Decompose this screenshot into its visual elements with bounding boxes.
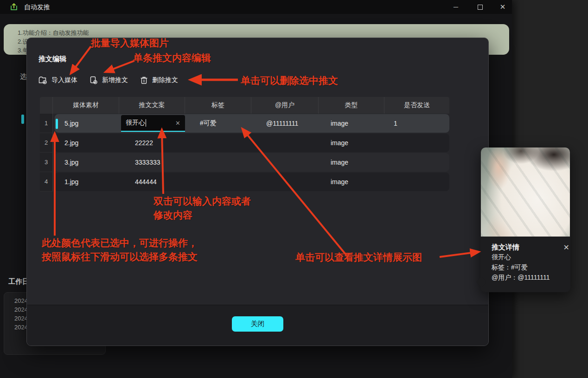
import-media-button[interactable]: 导入媒体 (38, 76, 77, 84)
header-tag: 标签 (185, 97, 251, 114)
cell-type: image (319, 120, 384, 127)
tweet-row-selected[interactable]: 5.jpg 很开心 ✕ #可爱 @11111111 image 1 (55, 114, 449, 133)
selected-indicator-bar (56, 119, 58, 129)
tweet-detail-popup: 推文详情 ✕ 很开心 标签：#可爱 @用户：@11111111 (480, 147, 570, 292)
popup-tag-line: 标签：#可爱 (492, 262, 570, 272)
dialog-footer: 关闭 (27, 305, 488, 346)
row-index: 2 (40, 133, 53, 153)
cell-text: 444444 (119, 178, 185, 186)
popup-close-icon[interactable]: ✕ (563, 243, 569, 252)
window-title: 自动发推 (24, 3, 50, 12)
add-tweet-button[interactable]: 新增推文 (89, 76, 128, 84)
screen: 自动发推 ─ ✕ 1.功能介绍：自动发推功能 2.设置 3.每轮 选 工作日 2… (0, 0, 588, 378)
header-send: 是否发送 (384, 97, 449, 114)
popup-title: 推文详情 (492, 243, 519, 252)
header-media: 媒体素材 (53, 97, 119, 114)
cell-media: 3.jpg (55, 159, 119, 166)
table-row: 2 2.jpg 22222 image (40, 133, 449, 153)
input-value: 很开心 (126, 119, 145, 127)
table-row: 1 5.jpg 很开心 ✕ #可爱 @11111111 image 1 (40, 114, 449, 133)
app-icon (9, 2, 19, 13)
header-type: 类型 (319, 97, 384, 114)
cell-tag: #可爱 (185, 119, 251, 128)
cell-text: 3333333 (119, 159, 185, 166)
row-index: 4 (40, 172, 53, 192)
maximize-icon (478, 5, 483, 10)
cell-media: 1.jpg (55, 178, 119, 186)
delete-tweet-icon (140, 76, 148, 84)
background-label-fragment: 选 (20, 72, 27, 81)
cell-media: 2.jpg (55, 139, 119, 147)
toolbar: 导入媒体 新增推文 (38, 72, 178, 88)
import-media-icon (38, 76, 47, 84)
add-tweet-icon (89, 76, 98, 84)
dialog-title: 推文编辑 (38, 55, 66, 64)
popup-tweet-text: 很开心 (492, 252, 570, 262)
table-row: 3 3.jpg 3333333 image (40, 153, 449, 172)
tweet-photo (481, 147, 570, 237)
background-selection-bar (21, 115, 24, 124)
info-line-1: 1.功能介绍：自动发推功能 (18, 28, 509, 37)
import-media-label: 导入媒体 (51, 76, 77, 84)
header-index (40, 97, 53, 114)
header-text: 推文文案 (119, 97, 185, 114)
tweet-row[interactable]: 1.jpg 444444 image (55, 173, 449, 191)
popup-user-line: @用户：@11111111 (492, 272, 570, 282)
cell-type: image (319, 139, 384, 147)
header-user: @用户 (251, 97, 319, 114)
table-row: 4 1.jpg 444444 image (40, 172, 449, 192)
tweet-row[interactable]: 2.jpg 22222 image (55, 134, 449, 152)
close-window-button[interactable]: ✕ (497, 1, 509, 13)
cell-media: 5.jpg (55, 120, 119, 127)
titlebar: 自动发推 ─ ✕ (0, 0, 512, 14)
tweet-text-input[interactable]: 很开心 ✕ (121, 115, 185, 132)
cell-user: @11111111 (251, 120, 319, 127)
delete-tweet-label: 删除推文 (152, 76, 178, 84)
popup-body: 推文详情 ✕ 很开心 标签：#可爱 @用户：@11111111 (480, 237, 570, 282)
photo-texture (481, 147, 570, 237)
close-dialog-button[interactable]: 关闭 (232, 316, 283, 332)
table-header-row: 媒体素材 推文文案 标签 @用户 类型 是否发送 (40, 97, 449, 114)
cell-type: image (319, 159, 384, 166)
tweet-edit-dialog: 推文编辑 导入媒体 (26, 38, 489, 346)
row-index: 1 (40, 114, 53, 133)
add-tweet-label: 新增推文 (102, 76, 128, 84)
text-cursor (146, 119, 146, 127)
minimize-button[interactable]: ─ (450, 1, 462, 13)
clear-input-icon[interactable]: ✕ (175, 120, 180, 127)
cell-send: 1 (384, 120, 449, 127)
delete-tweet-button[interactable]: 删除推文 (140, 76, 178, 84)
cell-type: image (319, 178, 384, 186)
row-index: 3 (40, 153, 53, 172)
cell-text: 22222 (119, 139, 185, 147)
tweet-row[interactable]: 3.jpg 3333333 image (55, 153, 449, 172)
maximize-button[interactable] (474, 1, 486, 13)
tweet-table: 媒体素材 推文文案 标签 @用户 类型 是否发送 1 5.jpg 很开心 ✕ (40, 97, 449, 192)
